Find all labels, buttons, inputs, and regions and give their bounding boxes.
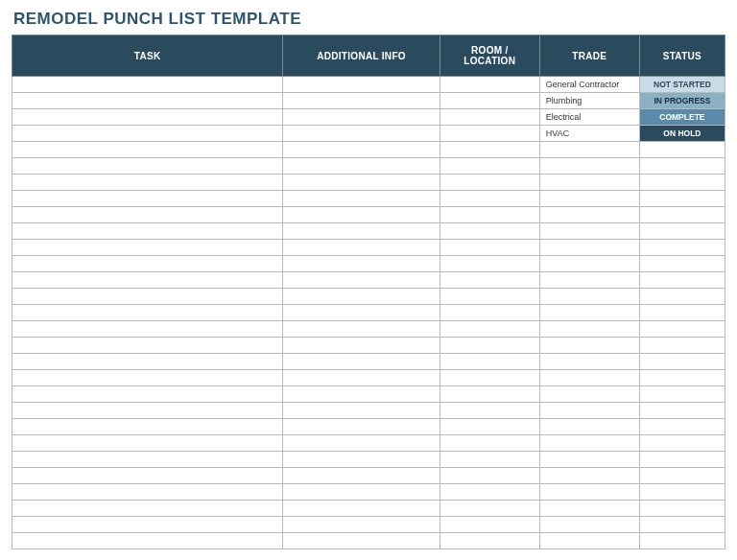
cell-info[interactable] [283, 142, 440, 158]
cell-info[interactable] [283, 240, 440, 256]
cell-room[interactable] [440, 305, 539, 321]
cell-room[interactable] [440, 403, 539, 419]
cell-status[interactable] [639, 142, 725, 158]
cell-info[interactable] [283, 289, 440, 305]
cell-info[interactable] [283, 484, 440, 501]
cell-room[interactable] [440, 93, 539, 109]
cell-info[interactable] [283, 305, 440, 321]
cell-info[interactable] [283, 93, 440, 109]
cell-info[interactable] [283, 109, 440, 126]
cell-info[interactable] [283, 126, 440, 142]
cell-room[interactable] [440, 517, 539, 533]
cell-task[interactable] [12, 175, 283, 191]
cell-status[interactable]: ON HOLD [639, 126, 725, 142]
cell-status[interactable]: IN PROGRESS [639, 93, 725, 109]
cell-room[interactable] [440, 256, 539, 272]
cell-info[interactable] [283, 517, 440, 533]
cell-trade[interactable] [539, 419, 639, 435]
cell-trade[interactable]: Plumbing [539, 93, 639, 109]
cell-status[interactable]: COMPLETE [639, 109, 725, 126]
cell-info[interactable] [283, 386, 440, 403]
cell-status[interactable] [639, 484, 725, 501]
cell-task[interactable] [12, 354, 283, 370]
cell-room[interactable] [440, 533, 539, 549]
cell-info[interactable] [283, 256, 440, 272]
cell-trade[interactable] [539, 468, 639, 484]
cell-trade[interactable] [539, 191, 639, 207]
cell-info[interactable] [283, 175, 440, 191]
cell-trade[interactable] [539, 435, 639, 452]
cell-trade[interactable] [539, 158, 639, 175]
cell-status[interactable] [639, 403, 725, 419]
cell-info[interactable] [283, 223, 440, 240]
cell-task[interactable] [12, 484, 283, 501]
cell-task[interactable] [12, 126, 283, 142]
cell-trade[interactable] [539, 452, 639, 468]
cell-task[interactable] [12, 386, 283, 403]
cell-task[interactable] [12, 207, 283, 223]
cell-task[interactable] [12, 223, 283, 240]
cell-status[interactable] [639, 435, 725, 452]
cell-trade[interactable] [539, 533, 639, 549]
cell-room[interactable] [440, 142, 539, 158]
cell-task[interactable] [12, 338, 283, 354]
cell-task[interactable] [12, 370, 283, 386]
cell-task[interactable] [12, 517, 283, 533]
cell-room[interactable] [440, 435, 539, 452]
cell-task[interactable] [12, 77, 283, 93]
cell-info[interactable] [283, 452, 440, 468]
cell-status[interactable] [639, 338, 725, 354]
cell-info[interactable] [283, 158, 440, 175]
cell-info[interactable] [283, 419, 440, 435]
cell-task[interactable] [12, 419, 283, 435]
cell-trade[interactable] [539, 370, 639, 386]
cell-room[interactable] [440, 207, 539, 223]
cell-trade[interactable] [539, 142, 639, 158]
cell-task[interactable] [12, 468, 283, 484]
cell-info[interactable] [283, 533, 440, 549]
cell-room[interactable] [440, 158, 539, 175]
cell-info[interactable] [283, 435, 440, 452]
cell-info[interactable] [283, 272, 440, 289]
cell-status[interactable] [639, 305, 725, 321]
cell-info[interactable] [283, 191, 440, 207]
cell-status[interactable] [639, 370, 725, 386]
cell-task[interactable] [12, 321, 283, 338]
cell-trade[interactable] [539, 354, 639, 370]
cell-info[interactable] [283, 207, 440, 223]
cell-task[interactable] [12, 109, 283, 126]
cell-task[interactable] [12, 452, 283, 468]
cell-status[interactable] [639, 289, 725, 305]
cell-info[interactable] [283, 321, 440, 338]
cell-info[interactable] [283, 468, 440, 484]
cell-task[interactable] [12, 403, 283, 419]
cell-task[interactable] [12, 305, 283, 321]
cell-task[interactable] [12, 93, 283, 109]
cell-status[interactable] [639, 175, 725, 191]
cell-task[interactable] [12, 142, 283, 158]
cell-trade[interactable]: Electrical [539, 109, 639, 126]
cell-status[interactable] [639, 272, 725, 289]
cell-status[interactable] [639, 191, 725, 207]
cell-task[interactable] [12, 240, 283, 256]
cell-room[interactable] [440, 240, 539, 256]
cell-trade[interactable]: HVAC [539, 126, 639, 142]
cell-room[interactable] [440, 126, 539, 142]
cell-trade[interactable] [539, 484, 639, 501]
cell-status[interactable] [639, 223, 725, 240]
cell-trade[interactable] [539, 403, 639, 419]
cell-trade[interactable] [539, 386, 639, 403]
cell-room[interactable] [440, 468, 539, 484]
cell-trade[interactable] [539, 207, 639, 223]
cell-task[interactable] [12, 533, 283, 549]
cell-trade[interactable] [539, 175, 639, 191]
cell-room[interactable] [440, 321, 539, 338]
cell-status[interactable] [639, 452, 725, 468]
cell-status[interactable] [639, 419, 725, 435]
cell-trade[interactable] [539, 256, 639, 272]
cell-status[interactable] [639, 158, 725, 175]
cell-status[interactable] [639, 240, 725, 256]
cell-trade[interactable] [539, 338, 639, 354]
cell-info[interactable] [283, 354, 440, 370]
cell-status[interactable] [639, 517, 725, 533]
